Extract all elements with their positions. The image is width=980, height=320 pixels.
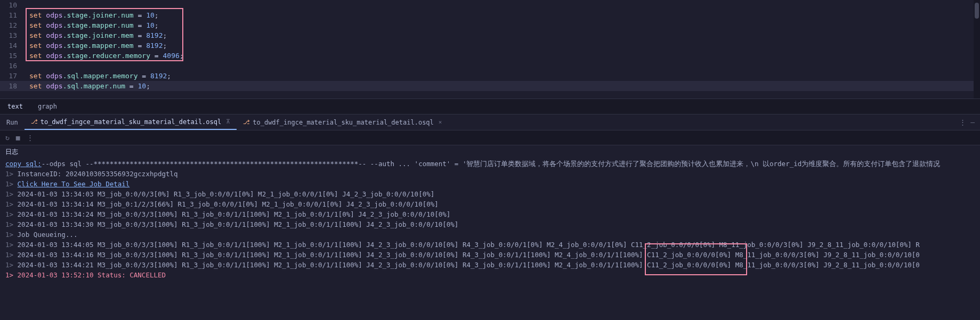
console-toolbar: ↻ ■ ⋮ xyxy=(0,130,980,145)
tab-graph[interactable]: graph xyxy=(30,100,64,113)
console-log-line: 1> 2024-01-03 13:34:03 M3_job_0:0/0/3[0%… xyxy=(5,189,975,199)
more-icon[interactable]: ⋮ xyxy=(959,118,966,126)
console-log-line: 1> 2024-01-03 13:44:05 M3_job_0:0/3/3[10… xyxy=(5,240,975,250)
code-content[interactable]: set odps.stage.joiner.num = 10;set odps.… xyxy=(29,0,980,91)
file-tab-2[interactable]: ⎇ to_dwdf_ingce_material_sku_material_de… xyxy=(237,116,448,129)
view-tabs: text graph xyxy=(0,99,980,114)
job-detail-link[interactable]: Click Here To See Job Detail xyxy=(18,180,130,188)
console-log-line: 1> 2024-01-03 13:34:24 M3_job_0:0/3/3[10… xyxy=(5,209,975,219)
code-line-13[interactable]: set odps.stage.joiner.mem = 8192; xyxy=(29,30,980,40)
panel-toolbar: ⋮ — xyxy=(959,118,975,126)
copy-sql-link[interactable]: copy sql: xyxy=(5,160,42,168)
tab-text[interactable]: text xyxy=(0,100,30,113)
code-line-16[interactable] xyxy=(29,61,980,71)
branch-icon: ⎇ xyxy=(243,119,250,126)
minimize-icon[interactable]: — xyxy=(970,118,975,126)
console-log-line: 1> 2024-01-03 13:34:14 M3_job_0:1/2/3[66… xyxy=(5,199,975,209)
console-log-line: 1> 2024-01-03 13:44:21 M3_job_0:0/3/3[10… xyxy=(5,260,975,270)
run-panel-tabs: Run ⎇ to_dwdf_ingce_material_sku_materia… xyxy=(0,114,980,130)
code-line-12[interactable]: set odps.stage.mapper.num = 10; xyxy=(29,20,980,30)
log-section-label: 日志 xyxy=(0,145,980,159)
console-log-line: 1> Job Queueing... xyxy=(5,229,975,240)
line-gutter: 101112131415161718 xyxy=(0,0,21,91)
editor-scrollbar[interactable] xyxy=(974,0,980,99)
code-line-14[interactable]: set odps.stage.mapper.mem = 8192; xyxy=(29,40,980,51)
console-line-jobdetail: 1> Click Here To See Job Detail xyxy=(5,179,975,189)
code-line-10[interactable] xyxy=(29,0,980,10)
console-log-line: 1> 2024-01-03 13:34:30 M3_job_0:0/3/3[10… xyxy=(5,219,975,229)
console-output[interactable]: copy sql:--odps sql --******************… xyxy=(0,159,980,280)
code-line-17[interactable]: set odps.sql.mapper.memory = 8192; xyxy=(29,71,980,81)
code-line-11[interactable]: set odps.stage.joiner.num = 10; xyxy=(29,10,980,20)
code-line-18[interactable]: set odps.sql.mapper.num = 10; xyxy=(29,81,980,91)
pin-icon[interactable]: ⊼ xyxy=(226,118,230,125)
file-tab-1[interactable]: ⎇ to_dwdf_ingce_material_sku_material_de… xyxy=(25,115,237,130)
console-line-instance: 1> InstanceID: 20240103053356932gczxhpdg… xyxy=(5,169,975,179)
code-editor[interactable]: 101112131415161718 set odps.stage.joiner… xyxy=(0,0,980,99)
scrollbar-thumb[interactable] xyxy=(975,3,979,19)
console-log-line: 1> 2024-01-03 13:44:16 M3_job_0:0/3/3[10… xyxy=(5,250,975,260)
file-tab-1-label: to_dwdf_ingce_material_sku_material_deta… xyxy=(41,118,222,126)
console-line-cancelled: 1> 2024-01-03 13:52:10 Status: CANCELLED xyxy=(5,270,975,280)
rerun-icon[interactable]: ↻ xyxy=(5,134,10,142)
branch-icon: ⎇ xyxy=(31,118,38,125)
console-line-sql: copy sql:--odps sql --******************… xyxy=(5,159,975,169)
close-icon[interactable]: × xyxy=(439,119,442,126)
code-line-15[interactable]: set odps.stage.reducer.memory = 4096; xyxy=(29,51,980,61)
stop-icon[interactable]: ■ xyxy=(16,134,20,142)
more-actions-icon[interactable]: ⋮ xyxy=(27,134,34,142)
file-tab-2-label: to_dwdf_ingce_material_sku_material_deta… xyxy=(253,119,434,126)
run-label: Run xyxy=(0,116,25,129)
